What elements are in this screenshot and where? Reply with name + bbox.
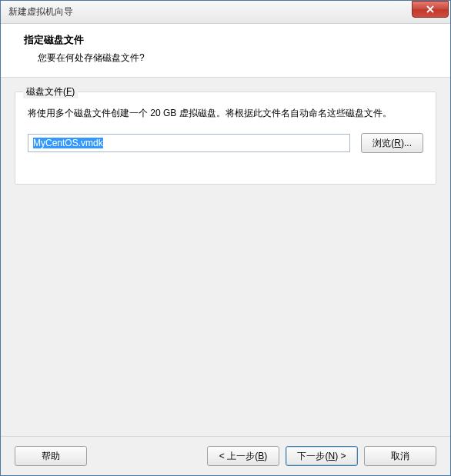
page-title: 指定磁盘文件 [24,33,427,47]
browse-button[interactable]: 浏览(R)... [361,133,423,153]
disk-file-input[interactable] [28,134,350,152]
disk-file-group: 磁盘文件(F) 将使用多个磁盘文件创建一个 20 GB 虚拟磁盘。将根据此文件名… [15,92,436,185]
close-button[interactable] [412,1,449,18]
help-button[interactable]: 帮助 [15,446,87,466]
close-icon [426,5,435,13]
group-description: 将使用多个磁盘文件创建一个 20 GB 虚拟磁盘。将根据此文件名自动命名这些磁盘… [28,106,423,121]
group-legend: 磁盘文件(F) [23,85,78,98]
wizard-window: 新建虚拟机向导 指定磁盘文件 您要在何处存储磁盘文件? 磁盘文件(F) 将使用多… [0,0,451,476]
wizard-header: 指定磁盘文件 您要在何处存储磁盘文件? [1,24,450,78]
footer: 帮助 < 上一步(B) 下一步(N) > 取消 [1,436,450,475]
cancel-button[interactable]: 取消 [364,446,436,466]
input-row: 浏览(R)... [28,133,423,153]
titlebar: 新建虚拟机向导 [1,1,450,24]
next-button[interactable]: 下一步(N) > [286,446,358,466]
content-area: 磁盘文件(F) 将使用多个磁盘文件创建一个 20 GB 虚拟磁盘。将根据此文件名… [1,78,450,436]
back-button[interactable]: < 上一步(B) [207,446,279,466]
page-subtitle: 您要在何处存储磁盘文件? [24,52,427,65]
window-title: 新建虚拟机向导 [8,5,73,18]
